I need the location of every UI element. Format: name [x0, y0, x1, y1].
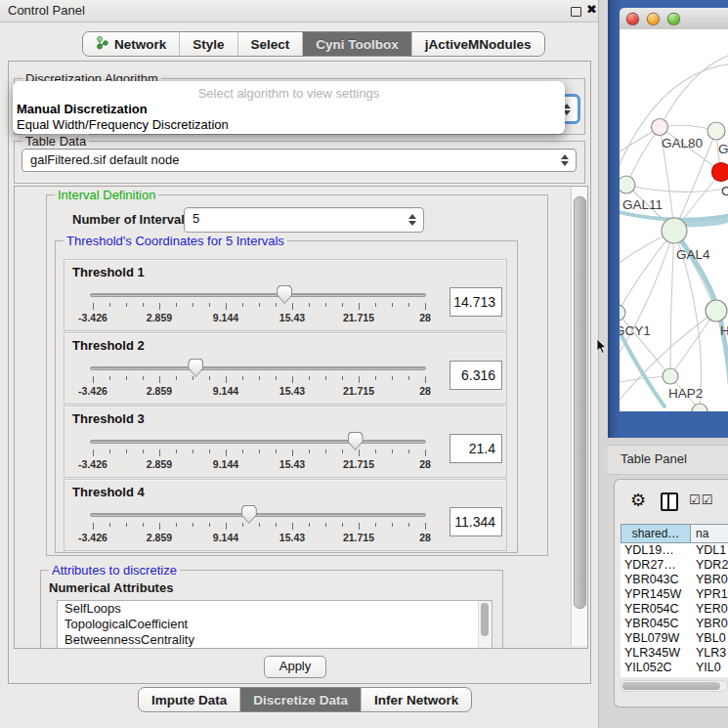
threshold-value-field[interactable]	[450, 507, 502, 536]
float-window-icon[interactable]	[571, 7, 581, 17]
cell-name[interactable]: YBL0	[691, 631, 726, 646]
network-node[interactable]	[692, 404, 707, 411]
dropdown-option[interactable]: Equal Width/Frequency Discretization	[17, 117, 229, 132]
mouse-cursor	[596, 339, 607, 355]
cell-shared-name[interactable]: YBR043C	[621, 573, 691, 587]
network-node[interactable]	[620, 305, 625, 321]
table-row[interactable]: YIL052CYIL0	[621, 661, 728, 675]
cell-shared-name[interactable]: YBR045C	[621, 617, 691, 631]
slider-thumb[interactable]	[241, 505, 257, 524]
numerical-attributes-heading: Numerical Attributes	[49, 580, 173, 595]
slider-tick	[292, 303, 293, 310]
apply-button[interactable]: Apply	[264, 656, 326, 678]
slider-thumb[interactable]	[348, 432, 364, 450]
cell-shared-name[interactable]: YDR27…	[621, 558, 691, 573]
zoom-traffic-light[interactable]	[667, 13, 680, 25]
list-item[interactable]: BetweennessCentrality	[58, 632, 492, 648]
table-row[interactable]: YDL19…YDL1	[621, 543, 728, 558]
bottom-tab-bar: Impute DataDiscretize DataInfer Network	[138, 687, 472, 712]
slider-tick-label: 15.43	[279, 312, 305, 323]
cell-name[interactable]: YBR0	[691, 617, 728, 631]
cell-shared-name[interactable]: YIL052C	[621, 661, 691, 675]
num-intervals-combobox[interactable]: 5	[184, 207, 424, 233]
threshold-value-field[interactable]	[450, 287, 502, 317]
slider-tick	[392, 303, 393, 307]
tab-network[interactable]: Network	[83, 32, 180, 56]
threshold-value-field[interactable]	[450, 361, 502, 390]
scrollbar-thumb[interactable]	[481, 603, 489, 636]
tab-select[interactable]: Select	[238, 32, 304, 56]
list-item[interactable]: TopologicalCoefficient	[58, 617, 492, 632]
network-node[interactable]	[706, 300, 727, 321]
table-panel-title: Table Panel	[621, 451, 687, 466]
slider-track[interactable]	[90, 513, 426, 517]
table-row[interactable]: YBL079WYBL0	[621, 631, 728, 646]
threshold-value-field[interactable]	[450, 434, 502, 463]
tab-discretize-data[interactable]: Discretize Data	[240, 688, 362, 711]
tab-jactivemnodules[interactable]: jActiveMNodules	[412, 32, 544, 56]
slider-thumb[interactable]	[277, 285, 292, 304]
slider-tick	[325, 376, 326, 380]
tab-impute-data[interactable]: Impute Data	[139, 688, 240, 711]
scrollbar-thumb[interactable]	[622, 682, 720, 690]
cell-name[interactable]: YDL1	[691, 543, 726, 558]
table-data-combobox[interactable]: galFiltered.sif default node	[21, 149, 577, 172]
slider-track[interactable]	[90, 440, 426, 444]
network-window-titlebar[interactable]	[620, 8, 728, 30]
close-traffic-light[interactable]	[626, 13, 639, 25]
cell-name[interactable]: YDR2	[691, 558, 728, 573]
table-row[interactable]: YLR345WYLR3	[621, 646, 728, 661]
split-columns-icon[interactable]	[661, 492, 678, 511]
tab-cyni-toolbox[interactable]: Cyni Toolbox	[303, 32, 412, 56]
network-node[interactable]	[652, 119, 668, 136]
attributes-list[interactable]: SelfLoopsTopologicalCoefficientBetweenne…	[57, 600, 492, 649]
attributes-scrollbar[interactable]	[478, 601, 492, 649]
table-horizontal-scrollbar[interactable]	[621, 680, 728, 692]
cell-name[interactable]: YLR3	[691, 646, 726, 661]
combo-stepper-icon[interactable]	[408, 214, 417, 226]
cell-name[interactable]: YPR1	[691, 587, 728, 602]
column-header-name[interactable]: na	[691, 524, 728, 543]
cell-shared-name[interactable]: YBL079W	[621, 631, 691, 646]
network-node[interactable]	[663, 368, 678, 384]
slider-tick	[375, 376, 376, 380]
slider-tick	[126, 450, 127, 453]
network-nodes	[620, 119, 728, 412]
panel-scrollbar[interactable]	[571, 187, 587, 646]
gear-icon[interactable]: ⚙	[630, 490, 646, 511]
close-icon[interactable]: ✖	[586, 2, 597, 17]
list-item[interactable]: SelfLoops	[58, 601, 492, 617]
table-row[interactable]: YBR045CYBR0	[621, 617, 728, 631]
table-row[interactable]: YBR043CYBR0	[621, 573, 728, 587]
slider-thumb[interactable]	[188, 359, 203, 377]
network-node[interactable]	[662, 218, 687, 243]
cell-shared-name[interactable]: YER054C	[621, 602, 691, 617]
network-node[interactable]	[712, 163, 728, 182]
cell-name[interactable]: YER0	[691, 602, 728, 617]
minimize-traffic-light[interactable]	[647, 13, 660, 25]
column-header-shared-name[interactable]: shared…	[621, 524, 691, 543]
slider-tick	[226, 376, 227, 383]
scrollbar-thumb[interactable]	[574, 196, 586, 609]
dropdown-option[interactable]: Manual Discretization	[17, 102, 148, 116]
table-row[interactable]: YDR27…YDR2	[621, 558, 728, 573]
cell-shared-name[interactable]: YDL19…	[621, 543, 691, 558]
table-row[interactable]: YPR145WYPR1	[621, 587, 728, 602]
slider-track[interactable]	[90, 366, 426, 370]
combo-stepper-icon[interactable]	[561, 154, 570, 166]
threshold-panel: Threshold 2-3.4262.8599.14415.4321.71528	[64, 332, 507, 405]
cell-shared-name[interactable]: YLR345W	[621, 646, 691, 661]
slider-track[interactable]	[90, 293, 426, 297]
tab-style[interactable]: Style	[180, 32, 237, 56]
checkboxes-icon[interactable]: ☑☑	[689, 492, 713, 507]
tab-infer-network[interactable]: Infer Network	[362, 688, 471, 711]
table-row[interactable]: YER054CYER0	[621, 602, 728, 617]
network-canvas[interactable]: GAL80GALCGAL11GAL4GCY1HHAP2	[620, 29, 728, 411]
network-node[interactable]	[707, 122, 725, 140]
cell-name[interactable]: YIL0	[691, 661, 721, 675]
slider-tick	[276, 450, 277, 453]
cell-name[interactable]: YBR0	[691, 573, 728, 587]
dropdown-hint: Select algorithm to view settings	[13, 86, 565, 101]
network-node[interactable]	[620, 176, 635, 193]
cell-shared-name[interactable]: YPR145W	[621, 587, 691, 602]
